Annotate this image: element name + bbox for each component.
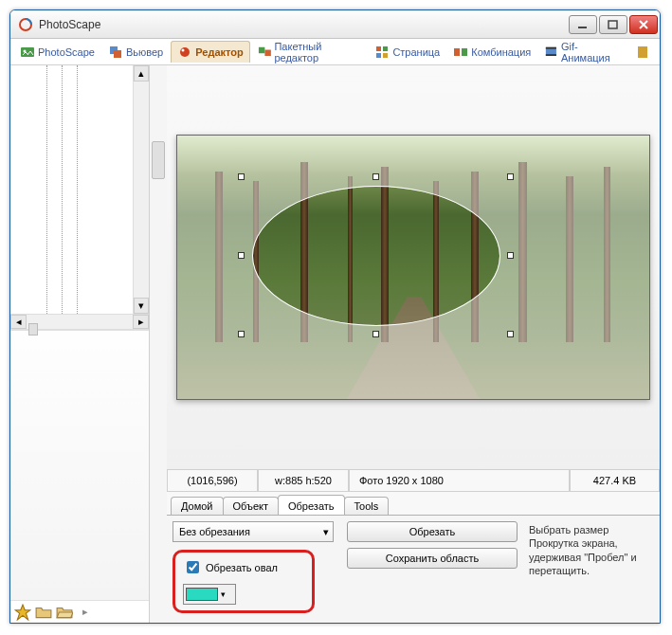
crop-handle[interactable]: [507, 252, 514, 259]
crop-handle[interactable]: [372, 331, 379, 337]
svg-rect-19: [546, 54, 556, 56]
splitter-handle-icon[interactable]: [152, 141, 165, 179]
star-icon[interactable]: [14, 604, 31, 621]
crop-hint-text: Выбрать размер Прокрутка экрана, удержив…: [529, 521, 654, 613]
folder-tree[interactable]: ▴ ▾: [10, 65, 149, 314]
tree-scrollbar[interactable]: ▴ ▾: [133, 65, 149, 314]
tool-tab-object[interactable]: Объект: [223, 497, 279, 515]
scroll-up-icon[interactable]: ▴: [134, 65, 149, 82]
scroll-right-icon[interactable]: ▸: [133, 315, 149, 329]
right-panel: (1016,596) w:885 h:520 Фото 1920 x 1080 …: [150, 65, 660, 623]
color-swatch: [186, 588, 218, 601]
tab-combine[interactable]: Комбинация: [447, 42, 536, 63]
svg-rect-9: [259, 46, 264, 52]
crop-handle[interactable]: [507, 173, 514, 180]
tool-tabs: Домой Объект Обрезать Tools: [167, 492, 660, 515]
titlebar: PhotoScape: [10, 10, 660, 39]
status-coords: (1016,596): [167, 470, 258, 492]
canvas[interactable]: [167, 65, 660, 469]
crop-handle[interactable]: [507, 331, 514, 337]
left-panel: ▴ ▾ ◂ ▸ ▸: [10, 65, 150, 623]
app-icon: [18, 17, 33, 32]
tab-photoscape[interactable]: PhotoScape: [14, 42, 100, 63]
svg-rect-1: [578, 27, 587, 28]
close-button[interactable]: [629, 15, 658, 34]
checkbox-input[interactable]: [187, 561, 199, 573]
crop-rect[interactable]: [242, 177, 511, 335]
svg-rect-15: [454, 48, 460, 56]
highlight-box: Обрезать овал ▾: [173, 550, 315, 613]
tab-viewer[interactable]: Вьювер: [102, 42, 169, 63]
crop-handle[interactable]: [238, 252, 245, 259]
status-photo: Фото 1920 x 1080: [349, 470, 570, 492]
tab-more[interactable]: [629, 42, 656, 63]
scroll-left-icon[interactable]: ◂: [10, 315, 27, 329]
status-bar: (1016,596) w:885 h:520 Фото 1920 x 1080 …: [167, 469, 660, 492]
svg-rect-10: [264, 49, 270, 55]
chevron-down-icon: ▾: [323, 526, 329, 538]
scroll-thumb[interactable]: [28, 323, 38, 336]
minimize-button[interactable]: [569, 15, 597, 34]
svg-rect-12: [383, 46, 388, 51]
tool-tab-home[interactable]: Домой: [171, 497, 224, 515]
svg-rect-16: [462, 48, 467, 56]
tab-editor[interactable]: Редактор: [171, 41, 249, 63]
app-window: PhotoScape PhotoScape Вьювер Редактор Па…: [9, 9, 661, 624]
crop-handle[interactable]: [372, 173, 379, 180]
svg-rect-20: [638, 46, 647, 58]
checkbox-label: Обрезать овал: [206, 562, 278, 573]
window-title: PhotoScape: [39, 18, 569, 31]
svg-rect-2: [608, 21, 617, 28]
svg-rect-11: [376, 46, 381, 51]
svg-rect-3: [21, 47, 34, 57]
tool-tab-tools[interactable]: Tools: [344, 497, 390, 515]
svg-rect-13: [376, 53, 381, 58]
crop-panel: Без обрезания ▾ Обрезать овал ▾: [167, 515, 660, 623]
chevron-right-icon[interactable]: ▸: [77, 604, 94, 621]
crop-ratio-dropdown[interactable]: Без обрезания ▾: [173, 521, 334, 542]
folder-icon[interactable]: [35, 604, 52, 621]
save-region-button[interactable]: Сохранить область: [347, 548, 518, 569]
svg-point-8: [182, 49, 185, 52]
tab-batch[interactable]: Пакетный редактор: [252, 38, 368, 66]
crop-handle[interactable]: [238, 331, 245, 337]
tab-gif[interactable]: Gif-Анимация: [538, 38, 627, 66]
svg-rect-14: [383, 53, 388, 58]
tool-tab-crop[interactable]: Обрезать: [278, 495, 345, 515]
tree-hscroll[interactable]: ◂ ▸: [10, 314, 149, 330]
svg-rect-18: [546, 46, 556, 48]
svg-rect-6: [114, 50, 121, 58]
bottom-toolbar: ▸: [10, 600, 149, 623]
scroll-down-icon[interactable]: ▾: [134, 298, 149, 314]
folder-open-icon[interactable]: [56, 604, 73, 621]
main-tabs: PhotoScape Вьювер Редактор Пакетный реда…: [10, 39, 660, 65]
crop-button[interactable]: Обрезать: [347, 521, 518, 542]
thumbnail-area[interactable]: [10, 330, 149, 600]
maximize-button[interactable]: [599, 15, 627, 34]
crop-handle[interactable]: [238, 173, 245, 180]
dropdown-value: Без обрезания: [179, 526, 250, 537]
photo: [176, 135, 650, 400]
status-size: 427.4 KB: [570, 470, 660, 492]
chevron-down-icon: ▾: [221, 590, 226, 599]
vertical-splitter[interactable]: [150, 65, 167, 469]
svg-point-7: [180, 47, 190, 57]
tab-page[interactable]: Страница: [369, 42, 445, 63]
crop-oval-checkbox[interactable]: Обрезать овал: [183, 558, 304, 576]
status-dims: w:885 h:520: [258, 470, 349, 492]
crop-bg-color-button[interactable]: ▾: [183, 584, 236, 605]
